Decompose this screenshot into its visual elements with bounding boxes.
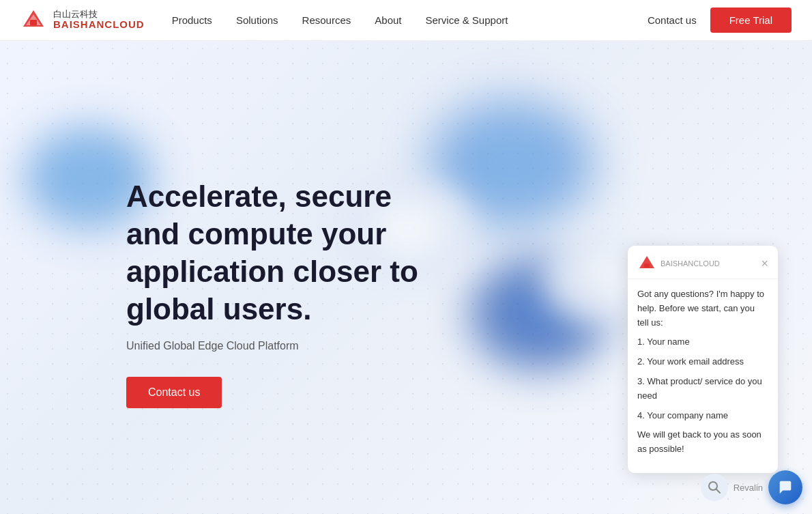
chat-widget: BAISHANCLOUD × Got any questions? I'm ha… <box>628 246 778 473</box>
chat-intro: Got any questions? I'm happy to help. Be… <box>637 287 768 330</box>
revalin-chat-button[interactable] <box>768 470 802 504</box>
logo: 白山云科技 BAISHANCLOUD <box>20 8 145 33</box>
chat-item-3: 3. What product/ service do you need <box>637 375 768 403</box>
logo-cn-text: 白山云科技 <box>53 10 145 19</box>
svg-rect-2 <box>30 20 37 25</box>
hero-section: Accelerate, secure and compute your appl… <box>0 41 812 514</box>
chat-body: Got any questions? I'm happy to help. Be… <box>628 279 778 473</box>
chat-header: BAISHANCLOUD × <box>628 246 778 279</box>
hero-subtitle: Unified Global Edge Cloud Platform <box>126 340 420 352</box>
chat-item-2: 2. Your work email address <box>637 355 768 369</box>
navbar-left: 白山云科技 BAISHANCLOUD Products Solutions Re… <box>20 8 508 33</box>
chat-outro: We will get back to you as soon as possi… <box>637 428 768 457</box>
chat-logo: BAISHANCLOUD <box>637 254 720 273</box>
chat-brand-label: BAISHANCLOUD <box>661 259 720 268</box>
chat-close-button[interactable]: × <box>761 257 768 270</box>
navbar: 白山云科技 BAISHANCLOUD Products Solutions Re… <box>0 0 812 41</box>
blob-blue-3 <box>464 253 614 375</box>
hero-content: Accelerate, secure and compute your appl… <box>126 177 420 408</box>
svg-rect-4 <box>644 263 650 268</box>
chat-bubble-icon <box>777 479 794 496</box>
chat-logo-icon <box>637 254 656 273</box>
logo-icon <box>20 8 46 33</box>
chat-item-1: 1. Your name <box>637 335 768 349</box>
logo-en-text: BAISHANCLOUD <box>53 19 145 31</box>
nav-link-about[interactable]: About <box>375 14 401 26</box>
navbar-right: Contact us Free Trial <box>648 8 792 33</box>
revalin-bar: Revalin <box>701 470 802 504</box>
hero-title: Accelerate, secure and compute your appl… <box>126 177 420 328</box>
blob-blue-2 <box>423 96 600 232</box>
revalin-label: Revalin <box>734 483 763 493</box>
contact-us-link[interactable]: Contact us <box>648 14 697 26</box>
svg-line-6 <box>716 489 720 494</box>
nav-link-products[interactable]: Products <box>172 14 212 26</box>
chat-item-4: 4. Your company name <box>637 409 768 423</box>
nav-links: Products Solutions Resources About Servi… <box>172 14 508 26</box>
nav-link-service-support[interactable]: Service & Support <box>426 14 508 26</box>
nav-link-resources[interactable]: Resources <box>302 14 351 26</box>
free-trial-button[interactable]: Free Trial <box>710 8 792 33</box>
nav-link-solutions[interactable]: Solutions <box>236 14 278 26</box>
logo-text: 白山云科技 BAISHANCLOUD <box>53 10 145 31</box>
hero-contact-button[interactable]: Contact us <box>126 377 222 408</box>
revalin-icon <box>701 474 728 501</box>
magnifier-icon <box>707 480 722 495</box>
